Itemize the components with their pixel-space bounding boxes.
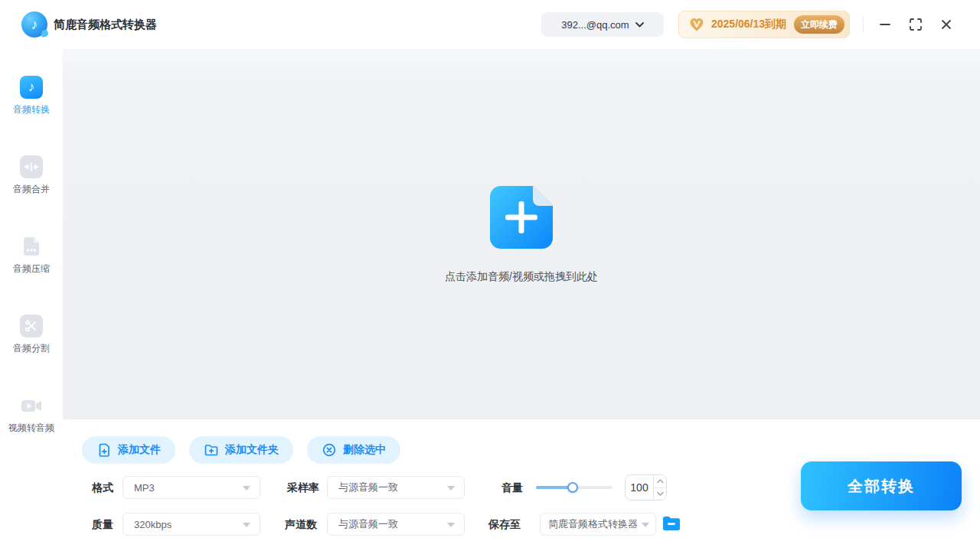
bottom-panel: 添加文件 添加文件夹 删除选中 格式 MP3 采样率 与源音频一致 音量 — [63, 419, 980, 551]
caret-down-icon — [243, 523, 250, 527]
app-logo-icon: ♪ — [21, 11, 47, 37]
channels-label: 声道数 — [285, 513, 317, 536]
window-controls-divider — [863, 17, 864, 32]
sidebar-item-video-to-audio[interactable]: 视频转音频 — [0, 394, 63, 435]
channels-value: 与源音频一致 — [338, 517, 398, 531]
caret-down-icon — [243, 486, 250, 491]
file-plus-icon — [96, 442, 112, 458]
save-to-value: 简鹿音频格式转换器 — [548, 517, 638, 531]
circle-x-icon — [322, 442, 337, 458]
volume-spinner — [625, 474, 667, 500]
chevron-up-icon — [657, 479, 664, 484]
save-to-label: 保存至 — [488, 513, 521, 536]
quality-label: 质量 — [92, 513, 113, 536]
sidebar-item-label: 音频合并 — [13, 183, 50, 196]
scissors-icon — [20, 315, 43, 337]
app-title: 简鹿音频格式转换器 — [54, 0, 157, 49]
dropzone-hint-text: 点击添加音频/视频或拖拽到此处 — [445, 270, 598, 284]
account-dropdown[interactable]: 392...@qq.com — [541, 12, 664, 37]
volume-increment-button[interactable] — [654, 475, 666, 488]
close-icon — [940, 18, 952, 31]
save-to-select[interactable]: 简鹿音频格式转换器 — [540, 513, 656, 536]
fullscreen-icon — [909, 18, 923, 31]
format-label: 格式 — [92, 476, 113, 499]
format-select[interactable]: MP3 — [122, 476, 260, 499]
sidebar-item-label: 视频转音频 — [8, 422, 54, 435]
volume-label: 音量 — [501, 476, 523, 499]
file-list-area: 点击添加音频/视频或拖拽到此处 — [63, 49, 980, 419]
add-file-button[interactable]: 添加文件 — [82, 436, 175, 464]
caret-down-icon — [642, 523, 649, 527]
title-bar: ♪ 简鹿音频格式转换器 392...@qq.com 2025/06/13到期 立… — [0, 0, 980, 49]
add-files-dropzone-icon[interactable] — [490, 186, 553, 249]
compress-file-icon — [20, 235, 43, 258]
sidebar-item-label: 音频转换 — [13, 103, 50, 116]
chevron-down-icon — [657, 491, 664, 496]
quality-value: 320kbps — [134, 519, 172, 530]
volume-input[interactable] — [626, 475, 653, 500]
volume-decrement-button[interactable] — [654, 488, 666, 500]
music-note-icon: ♪ — [20, 76, 43, 99]
volume-slider[interactable] — [536, 476, 612, 499]
vip-expiry-text: 2025/06/13到期 — [711, 18, 788, 31]
add-file-label: 添加文件 — [118, 443, 161, 457]
volume-slider-thumb[interactable] — [567, 482, 578, 493]
sidebar-item-audio-merge[interactable]: 音频合并 — [0, 155, 63, 196]
sidebar: ♪ 音频转换 音频合并 音频压缩 — [0, 49, 63, 551]
account-email: 392...@qq.com — [561, 19, 629, 31]
minimize-icon — [879, 18, 891, 31]
video-camera-icon — [20, 394, 43, 417]
renew-button[interactable]: 立即续费 — [794, 15, 844, 34]
delete-selected-label: 删除选中 — [343, 443, 386, 457]
folder-plus-icon — [204, 442, 219, 458]
vip-crown-icon — [688, 17, 705, 32]
minimize-button[interactable] — [874, 14, 896, 35]
caret-down-icon — [447, 486, 455, 491]
sample-rate-label: 采样率 — [287, 476, 319, 499]
close-button[interactable] — [936, 14, 957, 35]
sidebar-item-audio-split[interactable]: 音频分割 — [0, 315, 63, 355]
quality-select[interactable]: 320kbps — [122, 513, 260, 536]
sidebar-item-audio-compress[interactable]: 音频压缩 — [0, 235, 63, 276]
add-folder-label: 添加文件夹 — [225, 443, 279, 457]
format-value: MP3 — [134, 482, 155, 494]
sample-rate-value: 与源音频一致 — [338, 481, 398, 494]
fullscreen-button[interactable] — [905, 14, 926, 35]
channels-select[interactable]: 与源音频一致 — [327, 513, 465, 536]
browse-folder-button[interactable] — [662, 514, 681, 533]
open-folder-icon — [662, 514, 681, 533]
merge-icon — [20, 155, 43, 178]
sidebar-item-label: 音频压缩 — [13, 262, 50, 276]
convert-all-button[interactable]: 全部转换 — [801, 461, 962, 510]
sidebar-item-audio-convert[interactable]: ♪ 音频转换 — [0, 76, 63, 116]
sample-rate-select[interactable]: 与源音频一致 — [327, 476, 465, 499]
sidebar-item-label: 音频分割 — [13, 342, 50, 355]
chevron-down-icon — [635, 22, 644, 28]
caret-down-icon — [447, 523, 455, 527]
vip-status-badge: 2025/06/13到期 立即续费 — [678, 11, 850, 38]
delete-selected-button[interactable]: 删除选中 — [307, 436, 400, 464]
add-folder-button[interactable]: 添加文件夹 — [189, 436, 293, 464]
